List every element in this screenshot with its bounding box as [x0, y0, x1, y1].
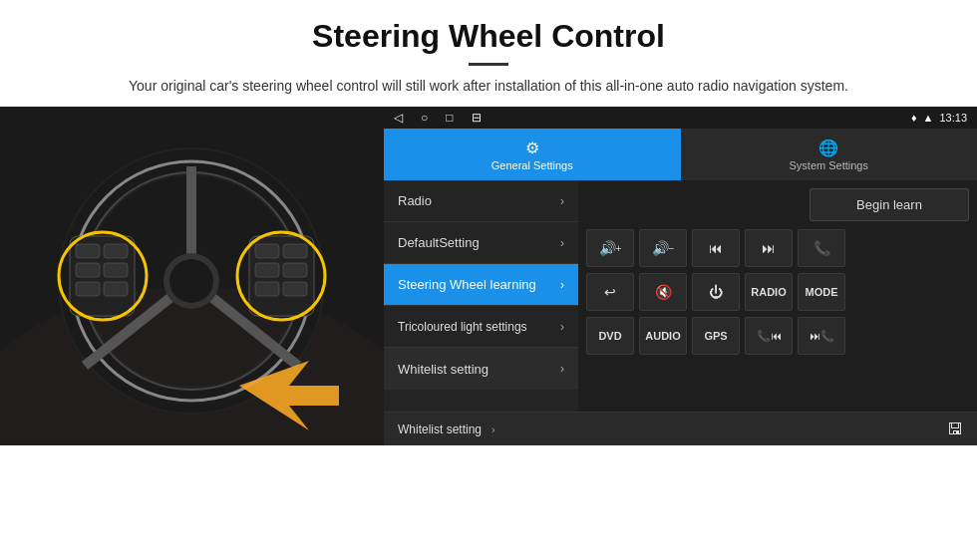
- svg-rect-14: [76, 263, 100, 277]
- svg-rect-21: [255, 263, 279, 277]
- menu-item-tricoloured[interactable]: Tricoloured light settings ›: [384, 306, 578, 348]
- menu-tricoloured-label: Tricoloured light settings: [398, 320, 527, 334]
- chevron-radio: ›: [560, 194, 564, 208]
- gear-icon: ⚙: [525, 139, 539, 157]
- tab-general[interactable]: ⚙ General Settings: [384, 129, 681, 180]
- menu-icon[interactable]: ⊟: [472, 111, 482, 125]
- page-title: Steering Wheel Control: [40, 18, 937, 55]
- svg-rect-16: [76, 282, 100, 296]
- menu-item-default[interactable]: DefaultSetting ›: [384, 222, 578, 264]
- chevron-steering: ›: [560, 278, 564, 292]
- whitelist-label: Whitelist setting: [398, 422, 482, 436]
- time-display: 13:13: [939, 112, 967, 124]
- globe-icon: 🌐: [818, 139, 838, 157]
- begin-learn-button[interactable]: Begin learn: [810, 188, 969, 221]
- next-track-btn[interactable]: ⏭: [745, 229, 793, 267]
- svg-rect-13: [104, 244, 128, 258]
- menu-default-label: DefaultSetting: [398, 235, 480, 250]
- menu-whitelist-label: Whitelist setting: [398, 362, 488, 377]
- phone-prev-btn[interactable]: 📞⏮: [745, 317, 793, 355]
- radio-btn[interactable]: RADIO: [745, 273, 793, 311]
- gps-icon: ♦: [911, 112, 917, 124]
- back-icon[interactable]: ◁: [394, 111, 403, 125]
- header-section: Steering Wheel Control Your original car…: [0, 0, 977, 107]
- svg-rect-20: [283, 244, 307, 258]
- svg-rect-12: [76, 244, 100, 258]
- tab-system[interactable]: 🌐 System Settings: [681, 129, 978, 180]
- status-bar: ◁ ○ □ ⊟ ♦ ▲ 13:13: [384, 107, 977, 129]
- whitelist-row[interactable]: Whitelist setting › 🖫: [384, 412, 977, 445]
- title-divider: [469, 63, 508, 66]
- power-btn[interactable]: ⏻: [692, 273, 740, 311]
- svg-rect-17: [104, 282, 128, 296]
- tab-general-label: General Settings: [491, 159, 573, 171]
- tab-bar: ⚙ General Settings 🌐 System Settings: [384, 129, 977, 180]
- steering-wheel-svg: [0, 107, 384, 445]
- recent-icon[interactable]: □: [446, 111, 453, 125]
- menu-item-whitelist[interactable]: Whitelist setting ›: [384, 348, 578, 390]
- home-icon[interactable]: ○: [421, 111, 428, 125]
- phone-next-btn[interactable]: ⏭📞: [798, 317, 845, 355]
- mute-btn[interactable]: 🔇: [639, 273, 687, 311]
- svg-rect-23: [255, 282, 279, 296]
- menu-list: Radio › DefaultSetting › Steering Wheel …: [384, 180, 578, 412]
- dvd-btn[interactable]: DVD: [586, 317, 634, 355]
- tab-system-label: System Settings: [790, 159, 868, 171]
- control-row-1: 🔊+ 🔊− ⏮ ⏭ 📞: [586, 229, 969, 267]
- vol-down-btn[interactable]: 🔊−: [639, 229, 687, 267]
- gps-btn[interactable]: GPS: [692, 317, 740, 355]
- prev-track-btn[interactable]: ⏮: [692, 229, 740, 267]
- audio-btn[interactable]: AUDIO: [639, 317, 687, 355]
- control-row-3: DVD AUDIO GPS 📞⏮ ⏭📞: [586, 317, 969, 355]
- steering-image-area: [0, 107, 384, 445]
- svg-rect-24: [283, 282, 307, 296]
- panel-body: Radio › DefaultSetting › Steering Wheel …: [384, 180, 977, 412]
- whitelist-icon: 🖫: [947, 420, 963, 438]
- signal-icon: ▲: [923, 112, 934, 124]
- vol-up-btn[interactable]: 🔊+: [586, 229, 634, 267]
- control-row-2: ↩ 🔇 ⏻ RADIO MODE: [586, 273, 969, 311]
- svg-point-10: [169, 259, 213, 303]
- chevron-tricoloured: ›: [560, 320, 564, 334]
- menu-radio-label: Radio: [398, 193, 432, 208]
- whitelist-chevron: ›: [491, 423, 495, 435]
- svg-rect-15: [104, 263, 128, 277]
- android-panel: ◁ ○ □ ⊟ ♦ ▲ 13:13 ⚙ General Settings: [384, 107, 977, 445]
- svg-rect-22: [283, 263, 307, 277]
- hang-up-btn[interactable]: ↩: [586, 273, 634, 311]
- nav-bar: ◁ ○ □ ⊟: [394, 111, 482, 125]
- chevron-whitelist: ›: [560, 362, 564, 376]
- content-area: ◁ ○ □ ⊟ ♦ ▲ 13:13 ⚙ General Settings: [0, 107, 977, 560]
- phone-btn[interactable]: 📞: [798, 229, 845, 267]
- menu-item-steering[interactable]: Steering Wheel learning ›: [384, 264, 578, 306]
- menu-steering-label: Steering Wheel learning: [398, 277, 536, 292]
- right-panel: Begin learn 🔊+ 🔊− ⏮ ⏭ 📞 ↩ 🔇 ⏻: [578, 180, 977, 412]
- begin-learn-row: Begin learn: [586, 188, 969, 221]
- menu-item-radio[interactable]: Radio ›: [384, 180, 578, 222]
- mode-btn[interactable]: MODE: [798, 273, 845, 311]
- subtitle: Your original car's steering wheel contr…: [40, 76, 937, 97]
- page-wrapper: Steering Wheel Control Your original car…: [0, 0, 977, 560]
- status-right: ♦ ▲ 13:13: [911, 112, 967, 124]
- chevron-default: ›: [560, 236, 564, 250]
- svg-rect-19: [255, 244, 279, 258]
